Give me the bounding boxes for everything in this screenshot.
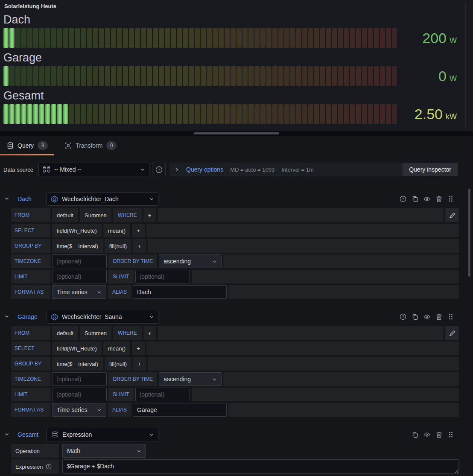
drag-handle-icon[interactable] bbox=[447, 431, 454, 438]
gauge-cell bbox=[105, 66, 110, 86]
gauge-cell bbox=[314, 28, 319, 48]
gauge-cell bbox=[302, 28, 307, 48]
order-by-select[interactable]: ascending bbox=[159, 372, 222, 386]
gauge-cell bbox=[386, 66, 391, 86]
datasource-help-button[interactable]: ? bbox=[152, 163, 166, 176]
alias-input[interactable] bbox=[133, 403, 227, 417]
tab-transform[interactable]: Transform 0 bbox=[58, 136, 127, 155]
retention-policy-segment[interactable]: default bbox=[52, 208, 78, 222]
query-datasource-picker[interactable]: Wechselrichter_Dach bbox=[47, 192, 158, 206]
alias-input[interactable] bbox=[133, 285, 227, 299]
order-by-select[interactable]: ascending bbox=[159, 254, 222, 268]
gauge-cell bbox=[368, 28, 373, 48]
gauge-cell bbox=[356, 104, 361, 124]
limit-input[interactable] bbox=[52, 270, 107, 283]
gauge-cell bbox=[183, 28, 188, 48]
query-name[interactable]: Dach bbox=[18, 196, 41, 202]
operation-select[interactable]: Math bbox=[62, 444, 146, 458]
aggregation-segment[interactable]: mean() bbox=[103, 224, 130, 237]
query-header: Dach Wechselrichter_Dach bbox=[0, 192, 473, 206]
measurement-segment[interactable]: Summen bbox=[80, 326, 111, 340]
query-inspector-button[interactable]: Query inspector bbox=[403, 163, 458, 176]
toggle-raw-query-button[interactable] bbox=[445, 326, 459, 340]
gauge-cell bbox=[231, 28, 236, 48]
row-filler bbox=[148, 357, 459, 371]
format-as-select[interactable]: Time series bbox=[52, 285, 106, 299]
influxdb-icon bbox=[51, 313, 58, 321]
query-help-icon[interactable]: ? bbox=[400, 196, 406, 202]
group-time-segment[interactable]: time($__interval) bbox=[52, 357, 103, 371]
query-editor-body: FROM default Summen WHERE + SELECT field… bbox=[11, 326, 459, 417]
row-filler bbox=[192, 388, 459, 401]
gauge-cell bbox=[284, 66, 289, 86]
gauge-cell bbox=[350, 66, 355, 86]
where-label: WHERE bbox=[113, 208, 142, 222]
gauge-cell bbox=[374, 104, 379, 124]
field-segment[interactable]: field(Wh_Heute) bbox=[52, 224, 102, 237]
aggregation-segment[interactable]: mean() bbox=[103, 342, 130, 355]
fill-segment[interactable]: fill(null) bbox=[105, 357, 131, 371]
panel-resize-handle[interactable] bbox=[194, 132, 279, 134]
gauge-cell bbox=[207, 104, 212, 124]
retention-policy-segment[interactable]: default bbox=[52, 326, 78, 340]
tab-query[interactable]: Query 3 bbox=[0, 136, 58, 155]
query-name[interactable]: Gesamt bbox=[18, 431, 41, 438]
field-segment[interactable]: field(Wh_Heute) bbox=[52, 342, 102, 355]
slimit-label: SLIMIT bbox=[108, 270, 134, 283]
delete-query-icon[interactable] bbox=[435, 313, 442, 320]
delete-query-icon[interactable] bbox=[435, 431, 442, 438]
duplicate-query-icon[interactable] bbox=[412, 196, 418, 202]
measurement-segment[interactable]: Summen bbox=[80, 208, 111, 222]
collapse-chevron-icon[interactable] bbox=[4, 313, 9, 321]
query-options-toggle[interactable]: Query options bbox=[186, 166, 223, 173]
transform-icon bbox=[65, 142, 72, 149]
add-select-button[interactable]: + bbox=[132, 224, 145, 237]
collapse-chevron-icon[interactable] bbox=[4, 195, 9, 203]
gauge-cell bbox=[242, 66, 248, 86]
hide-query-icon[interactable] bbox=[423, 313, 430, 320]
gauge-cell bbox=[380, 104, 385, 124]
drag-handle-icon[interactable] bbox=[447, 313, 454, 320]
bar-gauge-dach bbox=[3, 28, 397, 48]
fill-segment[interactable]: fill(null) bbox=[105, 239, 131, 253]
gauge-cell bbox=[111, 66, 116, 86]
gauge-cell bbox=[254, 28, 260, 48]
add-condition-button[interactable]: + bbox=[143, 208, 156, 222]
add-select-button[interactable]: + bbox=[132, 342, 145, 355]
datasource-picker[interactable]: -- Mixed -- bbox=[38, 163, 149, 176]
timezone-input[interactable] bbox=[52, 254, 107, 268]
query-actions: ? bbox=[400, 313, 473, 320]
slimit-input[interactable] bbox=[135, 270, 190, 283]
delete-query-icon[interactable] bbox=[435, 196, 442, 202]
hide-query-icon[interactable] bbox=[423, 431, 430, 438]
slimit-input[interactable] bbox=[135, 388, 190, 401]
duplicate-query-icon[interactable] bbox=[412, 431, 418, 438]
gauge-cell bbox=[195, 28, 200, 48]
expression-input[interactable]: $Garage + $Dach bbox=[62, 459, 459, 474]
add-group-by-button[interactable]: + bbox=[133, 239, 146, 253]
duplicate-query-icon[interactable] bbox=[412, 313, 418, 320]
query-actions bbox=[412, 431, 473, 438]
expression-type-picker[interactable]: Expression bbox=[47, 428, 158, 441]
query-help-icon[interactable]: ? bbox=[400, 313, 406, 320]
add-condition-button[interactable]: + bbox=[143, 326, 156, 340]
drag-handle-icon[interactable] bbox=[447, 196, 454, 202]
row-filler bbox=[158, 208, 444, 222]
toggle-raw-query-button[interactable] bbox=[445, 208, 459, 222]
collapse-chevron-icon[interactable] bbox=[4, 431, 9, 438]
add-group-by-button[interactable]: + bbox=[133, 357, 146, 371]
gauge-cell bbox=[81, 104, 86, 124]
format-as-select[interactable]: Time series bbox=[52, 403, 106, 417]
gauge-cell bbox=[368, 104, 373, 124]
group-time-segment[interactable]: time($__interval) bbox=[52, 239, 103, 253]
timezone-input[interactable] bbox=[52, 372, 107, 386]
query-header: Garage Wechselrichter_Sauna bbox=[0, 310, 473, 324]
hide-query-icon[interactable] bbox=[423, 196, 430, 202]
gauge-cell bbox=[3, 66, 9, 86]
gauge-cell bbox=[57, 104, 62, 124]
gauge-cell bbox=[33, 104, 38, 124]
limit-input[interactable] bbox=[52, 388, 107, 401]
vertical-scrollbar[interactable] bbox=[468, 189, 470, 277]
query-datasource-picker[interactable]: Wechselrichter_Sauna bbox=[47, 310, 158, 324]
query-name[interactable]: Garage bbox=[18, 313, 41, 320]
